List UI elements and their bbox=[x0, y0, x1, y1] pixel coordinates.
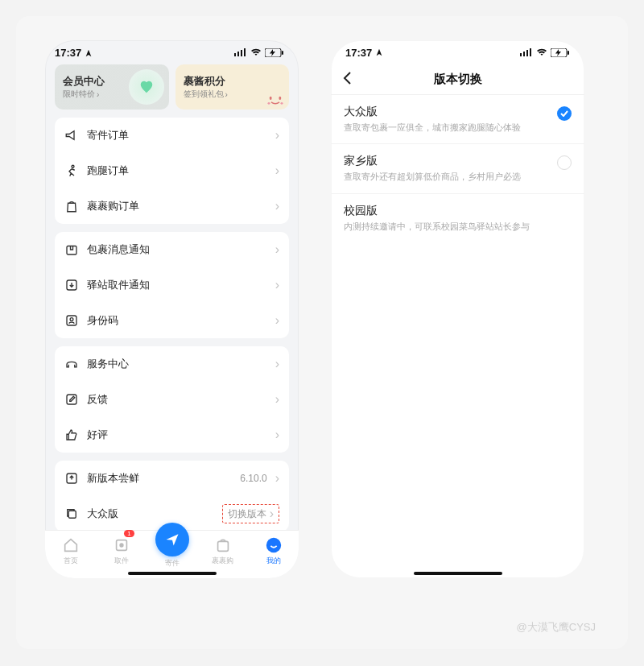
row-feedback[interactable]: 反馈 › bbox=[55, 382, 289, 417]
row-label: 包裹消息通知 bbox=[87, 242, 267, 257]
row-rate[interactable]: 好评 › bbox=[55, 417, 289, 453]
svg-rect-24 bbox=[526, 50, 528, 56]
svg-point-7 bbox=[279, 97, 281, 100]
chevron-right-icon: › bbox=[275, 278, 279, 292]
support-group: 服务中心 › 反馈 › 好评 › bbox=[55, 346, 289, 453]
row-label: 寄件订单 bbox=[87, 128, 267, 143]
right-phone: 17:37 版本切换 大众版 查取寄包裹一应俱全，城市搬家跑腿随心体验 bbox=[331, 40, 584, 578]
option-title: 家乡版 bbox=[344, 154, 549, 168]
option-public[interactable]: 大众版 查取寄包裹一应俱全，城市搬家跑腿随心体验 bbox=[331, 95, 584, 144]
copy-icon bbox=[64, 507, 79, 521]
edit-icon bbox=[64, 392, 79, 407]
row-label: 好评 bbox=[87, 428, 267, 442]
running-icon bbox=[64, 163, 79, 178]
chevron-right-icon: › bbox=[275, 128, 279, 143]
status-bar: 17:37 bbox=[331, 40, 584, 64]
update-icon bbox=[64, 471, 79, 486]
thumbs-up-icon bbox=[64, 428, 79, 442]
row-errand-orders[interactable]: 跑腿订单 › bbox=[55, 153, 289, 188]
option-campus[interactable]: 校园版 内测持续邀请中，可联系校园菜鸟驿站站长参与 bbox=[331, 194, 584, 242]
row-label: 跑腿订单 bbox=[87, 163, 267, 178]
smile-icon bbox=[265, 536, 283, 554]
svg-point-21 bbox=[266, 538, 280, 552]
chevron-right-icon: › bbox=[275, 313, 279, 328]
row-station-notify[interactable]: 驿站取件通知 › bbox=[55, 267, 289, 303]
notifications-group: 包裹消息通知 › 驿站取件通知 › 身份码 › bbox=[55, 232, 289, 338]
svg-rect-3 bbox=[244, 48, 246, 56]
wifi-icon bbox=[250, 48, 262, 56]
chevron-right-icon: › bbox=[225, 90, 228, 99]
status-time: 17:37 bbox=[345, 47, 383, 59]
battery-icon bbox=[265, 48, 284, 57]
row-label: 裹裹购订单 bbox=[87, 199, 267, 213]
switch-version-button[interactable]: 切换版本 › bbox=[222, 504, 279, 523]
svg-point-19 bbox=[120, 544, 123, 547]
svg-rect-5 bbox=[282, 51, 283, 55]
page-title: 版本切换 bbox=[434, 72, 482, 87]
chevron-right-icon: › bbox=[275, 471, 279, 486]
option-hometown[interactable]: 家乡版 查取寄外还有超划算低价商品，乡村用户必选 bbox=[331, 144, 584, 193]
points-card-title: 裹酱积分 bbox=[184, 74, 228, 89]
row-label: 身份码 bbox=[87, 313, 267, 328]
back-button[interactable] bbox=[342, 71, 352, 89]
orders-group: 寄件订单 › 跑腿订单 › 裹裹购订单 › bbox=[55, 118, 289, 224]
row-service-center[interactable]: 服务中心 › bbox=[55, 346, 289, 382]
svg-point-9 bbox=[281, 102, 283, 105]
row-shop-orders[interactable]: 裹裹购订单 › bbox=[55, 188, 289, 224]
option-sub: 查取寄包裹一应俱全，城市搬家跑腿随心体验 bbox=[344, 122, 549, 134]
tab-shop[interactable]: 裹裹购 bbox=[204, 536, 242, 566]
chevron-left-icon bbox=[342, 71, 352, 85]
row-label: 大众版 bbox=[87, 507, 214, 521]
home-indicator bbox=[414, 572, 502, 575]
tab-send[interactable]: 寄件 bbox=[153, 534, 192, 569]
row-package-notify[interactable]: 包裹消息通知 › bbox=[55, 232, 289, 267]
pickup-icon bbox=[113, 536, 130, 554]
option-title: 校园版 bbox=[344, 204, 572, 218]
points-card[interactable]: 裹酱积分 签到领礼包› bbox=[175, 64, 290, 110]
wifi-icon bbox=[536, 48, 547, 56]
member-card-title: 会员中心 bbox=[63, 74, 105, 89]
svg-rect-23 bbox=[523, 52, 525, 56]
row-id-code[interactable]: 身份码 › bbox=[55, 303, 289, 338]
svg-rect-0 bbox=[234, 53, 236, 56]
switch-version-label: 切换版本 bbox=[228, 507, 266, 521]
settings-scroll: 寄件订单 › 跑腿订单 › 裹裹购订单 › 包裹消息通知 bbox=[45, 118, 299, 530]
svg-rect-1 bbox=[237, 52, 239, 56]
header-cards: 会员中心 限时特价› 裹酱积分 签到领礼包› bbox=[45, 64, 299, 118]
option-title: 大众版 bbox=[344, 105, 549, 119]
svg-rect-15 bbox=[67, 395, 76, 404]
bag-icon bbox=[64, 199, 79, 213]
tab-mine[interactable]: 我的 bbox=[254, 536, 293, 566]
heart-icon bbox=[129, 69, 164, 105]
row-send-orders[interactable]: 寄件订单 › bbox=[55, 118, 289, 153]
headset-icon bbox=[64, 357, 79, 371]
shop-icon bbox=[214, 536, 232, 554]
tab-label: 我的 bbox=[266, 556, 281, 566]
tab-home[interactable]: 首页 bbox=[52, 536, 90, 566]
chevron-right-icon: › bbox=[275, 357, 279, 371]
tab-pickup[interactable]: 1 取件 bbox=[102, 536, 141, 566]
mascot-icon bbox=[266, 93, 284, 106]
send-fab-icon bbox=[155, 523, 189, 556]
badge: 1 bbox=[124, 530, 134, 537]
version-value: 6.10.0 bbox=[240, 473, 266, 484]
svg-point-8 bbox=[268, 102, 270, 105]
tab-bar: 首页 1 取件 寄件 裹裹购 我的 bbox=[45, 530, 299, 578]
row-new-version[interactable]: 新版本尝鲜 6.10.0 › bbox=[55, 461, 289, 496]
chevron-right-icon: › bbox=[275, 428, 279, 442]
svg-rect-2 bbox=[241, 50, 242, 56]
home-indicator bbox=[128, 572, 217, 575]
version-options-list: 大众版 查取寄包裹一应俱全，城市搬家跑腿随心体验 家乡版 查取寄外还有超划算低价… bbox=[331, 95, 584, 242]
chevron-right-icon: › bbox=[275, 392, 279, 407]
nav-bar: 版本切换 bbox=[331, 64, 584, 95]
chevron-right-icon: › bbox=[275, 163, 279, 178]
tab-label: 寄件 bbox=[165, 558, 180, 569]
member-center-card[interactable]: 会员中心 限时特价› bbox=[55, 64, 169, 110]
left-phone: 17:37 会员中心 限时特价› bbox=[45, 40, 299, 578]
row-label: 驿站取件通知 bbox=[87, 278, 267, 292]
chevron-right-icon: › bbox=[275, 199, 279, 213]
svg-rect-17 bbox=[68, 511, 76, 518]
tab-label: 首页 bbox=[64, 556, 78, 566]
tab-label: 取件 bbox=[114, 556, 129, 566]
svg-rect-22 bbox=[520, 53, 522, 56]
